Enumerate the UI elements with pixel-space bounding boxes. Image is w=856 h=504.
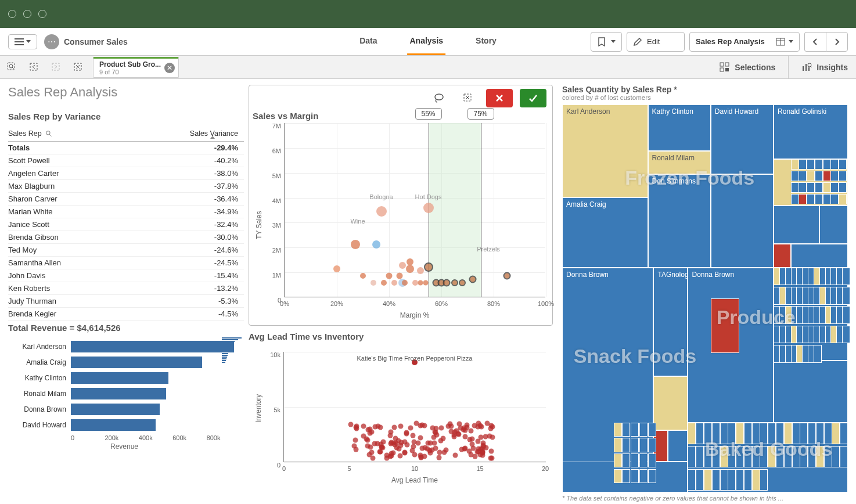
scatter-point[interactable] xyxy=(416,440,421,445)
treemap-cell[interactable] xyxy=(800,446,808,467)
treemap-cell[interactable] xyxy=(839,159,847,170)
clear-all-icon[interactable] xyxy=(71,60,86,75)
insights-button[interactable]: Insights xyxy=(801,62,848,73)
treemap-cell[interactable] xyxy=(648,469,656,483)
treemap-cell[interactable] xyxy=(688,446,696,467)
treemap-cell[interactable] xyxy=(842,268,850,286)
prev-sheet-button[interactable] xyxy=(804,32,826,52)
treemap-cell[interactable] xyxy=(830,182,839,193)
column-sales-rep[interactable]: Sales Rep xyxy=(8,129,168,138)
treemap-cell[interactable] xyxy=(791,159,799,170)
scatter-point[interactable] xyxy=(483,445,488,451)
treemap-cell[interactable] xyxy=(784,423,792,444)
column-sales-variance[interactable]: Sales Variance xyxy=(168,129,238,138)
treemap-cell[interactable] xyxy=(823,159,831,170)
table-row[interactable]: Ken Roberts-13.2% xyxy=(8,282,244,295)
scatter-point[interactable] xyxy=(469,436,474,441)
scatter-point[interactable] xyxy=(379,445,384,450)
treemap-cell[interactable]: Ronald Golinski xyxy=(774,105,848,159)
treemap-cell[interactable] xyxy=(639,453,648,467)
treemap-cell[interactable] xyxy=(824,423,832,444)
scatter-point[interactable] xyxy=(468,428,473,433)
scatter-point[interactable] xyxy=(459,447,465,452)
treemap-cell[interactable] xyxy=(768,446,776,467)
treemap-cell[interactable] xyxy=(688,469,696,491)
treemap-cell[interactable] xyxy=(807,171,815,182)
treemap-cell[interactable]: TAGnology xyxy=(653,268,688,376)
scatter-point[interactable] xyxy=(418,435,423,441)
scatter-point[interactable] xyxy=(384,455,389,460)
step-forward-icon[interactable] xyxy=(49,60,64,75)
treemap-cell[interactable] xyxy=(839,194,847,205)
scatter-point[interactable] xyxy=(402,280,408,286)
scatter-point[interactable] xyxy=(372,240,380,249)
treemap-cell[interactable] xyxy=(614,423,622,437)
scatter-point[interactable] xyxy=(399,262,406,269)
table-row[interactable]: Judy Thurman-5.3% xyxy=(8,295,244,308)
treemap-cell[interactable] xyxy=(622,469,630,483)
scatter-point[interactable] xyxy=(413,421,419,426)
treemap-cell[interactable]: Don Simmons xyxy=(648,174,711,267)
selection-chip[interactable]: Product Sub Gro... 9 of 70 ✕ xyxy=(93,57,179,78)
treemap-cell[interactable] xyxy=(815,194,823,205)
scatter-point[interactable] xyxy=(365,438,371,443)
treemap-cell[interactable] xyxy=(792,446,800,467)
treemap-cell[interactable] xyxy=(830,194,839,205)
scatter-point[interactable] xyxy=(422,423,427,429)
scatter-point[interactable] xyxy=(451,279,458,286)
scatter-point[interactable] xyxy=(393,435,398,441)
scatter-point[interactable] xyxy=(469,276,477,283)
treemap-cell[interactable] xyxy=(824,446,832,467)
treemap-cell[interactable] xyxy=(704,446,712,467)
treemap-cell[interactable] xyxy=(799,194,807,205)
treemap-cell[interactable] xyxy=(728,469,736,491)
scatter-point[interactable] xyxy=(372,441,377,447)
scatter-point[interactable] xyxy=(430,426,436,431)
treemap-cell[interactable] xyxy=(842,306,850,324)
table-row[interactable]: Sharon Carver-36.4% xyxy=(8,193,244,206)
treemap-cell[interactable] xyxy=(776,423,784,444)
treemap-cell[interactable] xyxy=(814,345,822,363)
table-row[interactable]: Brenda Gibson-30.0% xyxy=(8,231,244,244)
scatter-point[interactable] xyxy=(422,454,427,459)
treemap-cell[interactable] xyxy=(622,453,630,467)
scatter-point[interactable] xyxy=(483,434,488,439)
treemap-cell[interactable] xyxy=(832,423,840,444)
menu-button[interactable] xyxy=(8,34,37,49)
selections-tool-button[interactable]: Selections xyxy=(720,62,775,73)
treemap-cell[interactable] xyxy=(839,171,847,182)
scatter-point[interactable] xyxy=(412,280,418,286)
treemap-cell[interactable] xyxy=(752,423,760,444)
treemap-cell[interactable] xyxy=(791,182,799,193)
scatter1-chart[interactable]: TY Sales 01M2M3M4M5M6M7M0%20%40%60%80%10… xyxy=(249,123,552,325)
treemap-cell[interactable]: Karl Anderson xyxy=(562,105,648,197)
treemap-cell[interactable] xyxy=(720,423,728,444)
treemap-cell[interactable]: David Howard xyxy=(711,105,774,174)
treemap-cell[interactable] xyxy=(712,423,720,444)
table-row[interactable]: Max Blagburn-37.8% xyxy=(8,180,244,193)
scatter-point[interactable] xyxy=(397,453,402,459)
sheet-selector[interactable]: Sales Rep Analysis xyxy=(689,32,800,52)
scatter-point[interactable] xyxy=(388,441,393,447)
scatter-point[interactable] xyxy=(353,424,358,430)
scatter-point[interactable] xyxy=(424,262,433,272)
treemap-cell[interactable] xyxy=(807,182,815,193)
treemap-cell[interactable] xyxy=(784,446,792,467)
treemap-cell[interactable] xyxy=(791,194,799,205)
treemap-cell[interactable] xyxy=(688,423,696,444)
scatter-point[interactable] xyxy=(353,437,358,442)
scatter-point[interactable] xyxy=(438,425,444,430)
treemap-cell[interactable] xyxy=(760,446,768,467)
treemap-cell[interactable] xyxy=(614,438,622,452)
treemap-cell[interactable] xyxy=(808,423,816,444)
treemap-cell[interactable] xyxy=(736,446,744,467)
treemap-cell[interactable] xyxy=(807,194,815,205)
bar-row[interactable]: Donna Brown xyxy=(8,403,240,416)
table-row[interactable]: Ted Moy-24.6% xyxy=(8,244,244,257)
treemap-cell[interactable] xyxy=(720,469,728,491)
cancel-selection-button[interactable] xyxy=(486,89,513,107)
scatter-point[interactable] xyxy=(404,430,409,435)
scatter-point[interactable] xyxy=(489,456,494,461)
treemap-cell[interactable] xyxy=(807,159,815,170)
scatter-point[interactable] xyxy=(391,280,397,286)
